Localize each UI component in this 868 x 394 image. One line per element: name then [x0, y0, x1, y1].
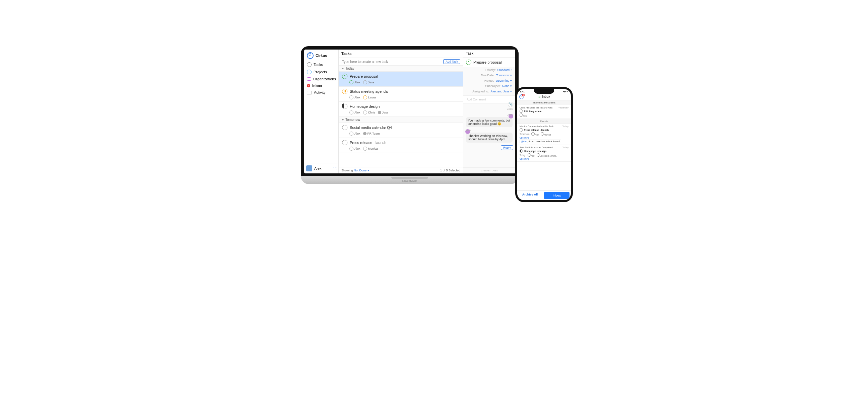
assignee-list: AlexJess — [349, 80, 460, 85]
task-status-icon — [520, 128, 523, 132]
task-status-icon[interactable] — [342, 125, 347, 130]
inbox-item-when: Today — [562, 146, 568, 149]
inbox-item[interactable]: Chris Assignes this Task to AlexYesterda… — [517, 105, 571, 119]
detail-field[interactable]: Priority:Standard ↕ — [463, 67, 515, 73]
inbox-item-task-title: Press release - launch — [524, 129, 549, 131]
inbox-item[interactable]: Jess Set this task as CompletedTodayHome… — [517, 145, 571, 162]
phone-section-header: Incoming Requests — [517, 100, 571, 105]
nav-activity[interactable]: Activity — [304, 89, 338, 96]
phone-time: 9:41 — [520, 90, 525, 93]
inbox-item-when: Today — [562, 125, 568, 128]
app-logo-icon — [307, 52, 314, 59]
assignee-status-icon — [378, 111, 381, 114]
notification-badge: 3 — [522, 94, 525, 96]
app-brand: Cirkus — [304, 50, 338, 61]
laptop-bezel: Cirkus Tasks Projects Organizations 1Inb… — [301, 46, 519, 176]
assignee-status-icon — [349, 95, 353, 99]
inbox-item-meta: Tomorrow,AlexMonica — [520, 132, 568, 136]
phone-section-header: Events — [517, 119, 571, 124]
inbox-item[interactable]: Monica Commented on this TaskTodayPress … — [517, 124, 571, 145]
assignee-status-icon — [349, 80, 353, 85]
nav-inbox[interactable]: 1Inbox — [304, 83, 338, 89]
assignee-status-icon — [363, 110, 367, 114]
new-task-input[interactable] — [341, 60, 443, 64]
assignee-list: AlexLaura — [349, 95, 460, 99]
task-status-icon[interactable] — [342, 74, 347, 79]
inbox-item-headline: Monica Commented on this Task — [520, 125, 553, 128]
sidebar-user[interactable]: Alex ⛶ — [304, 163, 338, 173]
archive-all-button[interactable]: Archive All — [517, 191, 543, 200]
task-status-icon[interactable] — [342, 140, 347, 145]
new-task-row: Add Task — [339, 58, 463, 66]
phone-tab-bar: Archive All Inbox — [517, 191, 571, 200]
task-title-text: Social media calendar Q4 — [350, 126, 392, 130]
add-comment-input[interactable]: Add Comment 📎 — [463, 95, 515, 103]
task-row[interactable]: Social media calendar Q4AlexPR Team — [339, 123, 463, 138]
task-row[interactable]: Prepare proposalAlexJess — [339, 72, 463, 87]
thread-participant: Jess — [463, 103, 515, 110]
nav-tasks[interactable]: Tasks — [304, 61, 338, 68]
assignee-list: AlexMonica — [349, 146, 460, 151]
task-row[interactable]: Status meeting agendaAlexLaura — [339, 87, 463, 102]
org-icon — [307, 77, 311, 81]
phone-header: 3 ◁ Inbox — [517, 93, 571, 100]
task-title-text: Prepare proposal — [350, 74, 378, 78]
assignee-status-icon — [349, 132, 353, 136]
tasks-footer: Showing Not Done ▾ 1 of 5 Selected — [339, 167, 463, 173]
task-title-text: Homepage design — [350, 104, 379, 108]
nav-projects[interactable]: Projects — [304, 68, 338, 76]
tasks-column-header: Tasks — [339, 50, 463, 58]
inbox-item-when: Yesterday — [558, 106, 568, 109]
current-user-name: Alex — [314, 166, 321, 170]
detail-field[interactable]: Assigned to:Alex and Jess ▾ — [463, 89, 515, 94]
task-status-icon[interactable] — [342, 89, 347, 94]
reply-button[interactable]: Reply — [501, 145, 513, 150]
avatar — [306, 165, 312, 171]
assignee-list: AlexPR Team — [349, 132, 460, 136]
created-info: Created Alex — [463, 167, 515, 173]
project-link[interactable]: Upcoming — [520, 158, 568, 160]
caret-down-icon: ▾ — [342, 67, 344, 70]
task-group-header[interactable]: ▾Tomorrow — [339, 117, 463, 123]
nav-organizations[interactable]: Organizations — [304, 76, 338, 83]
person-status-icon — [531, 132, 535, 136]
phone-screen: 9:41 ••ıl ᯤ ▮ 3 ◁ Inbox Incoming Request… — [517, 89, 571, 200]
task-status-icon — [520, 149, 523, 153]
person-status-icon — [541, 132, 544, 136]
inbox-item-meta: Alex — [520, 113, 568, 117]
showing-filter[interactable]: Showing Not Done ▾ — [341, 169, 369, 172]
task-row[interactable]: Homepage designAlexChrisJess — [339, 102, 463, 117]
circle-icon — [307, 62, 312, 67]
task-status-icon[interactable] — [342, 104, 347, 109]
task-title-text: Status meeting agenda — [350, 89, 388, 93]
comment-author: Alex — [466, 129, 471, 132]
assignee-status-icon — [363, 132, 367, 135]
assignee-status-icon — [363, 80, 367, 85]
comment-bubble: AlexThanks! Working on this now, should … — [466, 133, 513, 142]
attachment-icon[interactable]: 📎 — [508, 102, 513, 107]
assignee-status-icon — [363, 146, 367, 151]
phone-app-logo[interactable]: 3 — [519, 94, 524, 99]
laptop-base: MacBook — [301, 176, 519, 184]
task-row[interactable]: Press release - launchAlexMonica — [339, 138, 463, 153]
detail-field[interactable]: Due Date:Tomorrow ▾ — [463, 73, 515, 78]
play-status-icon[interactable] — [466, 60, 471, 65]
inbox-tab-button[interactable]: Inbox — [544, 192, 569, 199]
assignee-list: AlexChrisJess — [349, 110, 460, 114]
caret-down-icon: ▾ — [342, 118, 344, 122]
inbox-icon: ◁ — [538, 95, 540, 98]
detail-field[interactable]: Project:Upcoming ▾ — [463, 78, 515, 84]
project-link[interactable]: Upcoming — [520, 137, 568, 139]
task-group-header[interactable]: ▾Today — [339, 66, 463, 72]
detail-header: Task — [463, 50, 515, 58]
detail-field[interactable]: Subproject:None ▾ — [463, 84, 515, 89]
task-detail-column: Task Prepare proposal Priority:Standard … — [463, 50, 515, 173]
expand-icon[interactable]: ⛶ — [333, 167, 336, 170]
inbox-item-meta: Today,AlexJess and 1 more. — [520, 153, 568, 157]
add-task-button[interactable]: Add Task — [443, 59, 460, 64]
inbox-item-task-title: Edit blog article — [524, 110, 542, 112]
comment-author: Jess — [507, 113, 513, 116]
person-status-icon — [537, 153, 540, 157]
mention-preview: @Alex, do you have time to look it over? — [520, 140, 561, 143]
device-brand: MacBook — [402, 179, 417, 183]
